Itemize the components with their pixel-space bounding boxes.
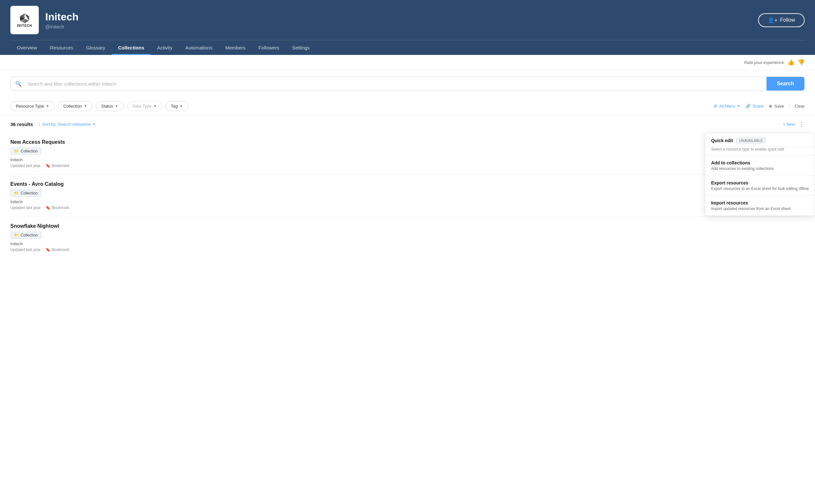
bookmark-button[interactable]: 🔖 Bookmark [46, 163, 69, 168]
resource-type-filter[interactable]: Resource Type ▼ [10, 101, 55, 111]
collection-item: Events - Avro Catalog 📁 Collection Inite… [10, 175, 805, 217]
chevron-down-icon: ▼ [46, 104, 49, 108]
qe-item-desc: Add resources to existing collections [711, 166, 809, 171]
header-top: INITECH Initech @initech 👤+ Follow [10, 6, 805, 40]
bookmark-icon: 🔖 [46, 247, 50, 252]
export-resources-item[interactable]: Export resources Export resources to an … [705, 176, 815, 196]
chevron-down-icon: ▼ [84, 104, 87, 108]
nav-item-glossary[interactable]: Glossary [79, 40, 111, 55]
bookmark-button[interactable]: 🔖 Bookmark [46, 205, 69, 210]
qe-item-title: Add to collections [711, 160, 809, 165]
org-name-block: Initech @initech [45, 11, 79, 29]
main-content: Rate your experience 👍 👎 🔍 Search Resour… [0, 55, 815, 504]
save-icon: ⊕ [769, 104, 772, 109]
search-input[interactable] [26, 77, 767, 90]
sort-button[interactable]: ↕ Sort by: Search relevance ▼ [38, 122, 96, 127]
search-icon: 🔍 [11, 81, 26, 87]
collection-item: Snowflake Nightowl 📁 Collection Initech … [10, 217, 805, 258]
search-area: 🔍 Search [0, 70, 815, 97]
item-title[interactable]: New Access Requests [10, 139, 805, 145]
rate-experience-bar: Rate your experience 👍 👎 [0, 55, 815, 70]
content-area: New Access Requests 📁 Collection Initech… [0, 133, 815, 258]
org-name: Initech [45, 11, 79, 23]
nav-item-followers[interactable]: Followers [252, 40, 286, 55]
quick-edit-header: Quick edit UNAVAILABLE [705, 133, 815, 147]
thumbs-down-button[interactable]: 👎 [798, 59, 805, 66]
all-filters-button[interactable]: ⚙ All filters ▼ [714, 104, 740, 109]
item-badge: 📁 Collection [10, 190, 41, 197]
save-button[interactable]: ⊕ Save [769, 104, 784, 109]
chevron-down-icon: ▼ [115, 104, 118, 108]
main-nav: Overview Resources Glossary Collections … [10, 40, 805, 55]
data-type-filter[interactable]: Data Type ▼ [127, 101, 162, 111]
thumbs-up-button[interactable]: 👍 [787, 59, 794, 66]
logo-text: INITECH [17, 24, 32, 27]
filters-right: ⚙ All filters ▼ 🔗 Share ⊕ Save Clear [714, 104, 805, 109]
follow-button[interactable]: 👤+ Follow [758, 13, 805, 27]
rate-experience-text: Rate your experience [744, 60, 784, 65]
qe-item-desc: Export resources to an Excel sheet for b… [711, 186, 809, 191]
filter-icon: ⚙ [714, 104, 717, 109]
results-list: New Access Requests 📁 Collection Initech… [10, 133, 805, 258]
import-resources-item[interactable]: Import resources Import updated resource… [705, 196, 815, 215]
bookmark-icon: 🔖 [46, 163, 50, 168]
clear-button[interactable]: Clear [789, 104, 805, 109]
new-button[interactable]: + New [783, 122, 795, 127]
results-count: 36 results [10, 121, 33, 127]
item-meta: Updated last year · 🔖 Bookmark [10, 247, 805, 252]
item-org: Initech [10, 199, 805, 204]
share-button[interactable]: 🔗 Share [746, 104, 764, 109]
nav-item-collections[interactable]: Collections [111, 40, 151, 55]
results-right: + New ⋮ [783, 121, 805, 128]
follow-icon: 👤+ [768, 17, 777, 23]
nav-item-members[interactable]: Members [219, 40, 252, 55]
results-header: 36 results ↕ Sort by: Search relevance ▼… [0, 115, 815, 133]
share-icon: 🔗 [746, 104, 751, 109]
item-meta: Updated last year · 🔖 Bookmark [10, 163, 805, 168]
search-button[interactable]: Search [767, 77, 804, 90]
nav-item-automations[interactable]: Automations [179, 40, 219, 55]
item-badge: 📁 Collection [10, 148, 41, 155]
collection-badge-icon: 📁 [14, 191, 19, 195]
search-bar: 🔍 Search [10, 77, 805, 91]
item-badge: 📁 Collection [10, 232, 41, 239]
collection-item: New Access Requests 📁 Collection Initech… [10, 133, 805, 175]
filters-bar: Resource Type ▼ Collection ▼ Status ▼ Da… [0, 97, 815, 115]
item-meta: Updated last year · 🔖 Bookmark [10, 205, 805, 210]
quick-edit-subtitle: Select a resource type to enable quick e… [705, 147, 815, 156]
org-handle: @initech [45, 24, 79, 29]
nav-item-resources[interactable]: Resources [44, 40, 80, 55]
quick-edit-dropdown: Quick edit UNAVAILABLE Select a resource… [705, 133, 815, 216]
qe-item-desc: Import updated resources from an Excel s… [711, 206, 809, 211]
status-filter[interactable]: Status ▼ [96, 101, 124, 111]
page-header: INITECH Initech @initech 👤+ Follow Overv… [0, 0, 815, 55]
chevron-down-icon: ▼ [180, 104, 183, 108]
bookmark-icon: 🔖 [46, 205, 50, 210]
qe-item-title: Import resources [711, 200, 809, 205]
more-options-button[interactable]: ⋮ [799, 121, 805, 128]
sort-icon: ↕ [38, 122, 40, 127]
chevron-down-icon: ▼ [92, 122, 96, 126]
quick-edit-title: Quick edit [711, 138, 733, 143]
results-left: 36 results ↕ Sort by: Search relevance ▼ [10, 121, 96, 127]
tag-filter[interactable]: Tag ▼ [165, 101, 188, 111]
add-to-collections-item[interactable]: Add to collections Add resources to exis… [705, 156, 815, 176]
collection-badge-icon: 📁 [14, 149, 19, 153]
item-title[interactable]: Snowflake Nightowl [10, 223, 805, 229]
org-info: INITECH Initech @initech [10, 6, 79, 34]
nav-item-settings[interactable]: Settings [286, 40, 316, 55]
bookmark-button[interactable]: 🔖 Bookmark [46, 247, 69, 252]
nav-item-overview[interactable]: Overview [10, 40, 44, 55]
unavailable-badge: UNAVAILABLE [736, 138, 766, 143]
nav-item-activity[interactable]: Activity [151, 40, 179, 55]
chevron-down-icon: ▼ [737, 104, 740, 108]
item-org: Initech [10, 241, 805, 246]
qe-item-title: Export resources [711, 180, 809, 185]
org-logo: INITECH [10, 6, 39, 34]
collection-badge-icon: 📁 [14, 233, 19, 237]
chevron-down-icon: ▼ [153, 104, 157, 108]
item-org: Initech [10, 157, 805, 162]
collection-filter[interactable]: Collection ▼ [58, 101, 92, 111]
item-title[interactable]: Events - Avro Catalog [10, 181, 805, 187]
